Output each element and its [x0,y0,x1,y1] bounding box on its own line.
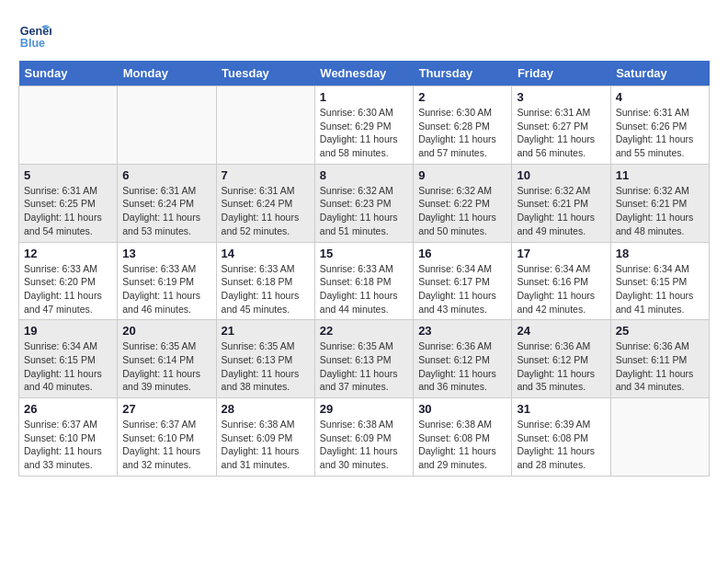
day-info: Sunrise: 6:34 AM Sunset: 6:15 PM Dayligh… [616,262,704,316]
day-number: 6 [122,168,210,182]
day-number: 24 [517,324,605,338]
day-info: Sunrise: 6:39 AM Sunset: 6:08 PM Dayligh… [517,418,605,472]
day-cell: 18Sunrise: 6:34 AM Sunset: 6:15 PM Dayli… [610,242,709,320]
day-info: Sunrise: 6:31 AM Sunset: 6:24 PM Dayligh… [122,184,210,238]
day-info: Sunrise: 6:34 AM Sunset: 6:16 PM Dayligh… [517,262,605,316]
day-info: Sunrise: 6:30 AM Sunset: 6:29 PM Dayligh… [320,106,408,160]
day-number: 17 [517,247,605,260]
day-cell: 5Sunrise: 6:31 AM Sunset: 6:25 PM Daylig… [19,164,118,242]
day-cell: 20Sunrise: 6:35 AM Sunset: 6:14 PM Dayli… [118,320,216,398]
day-info: Sunrise: 6:32 AM Sunset: 6:23 PM Dayligh… [320,184,408,238]
day-cell: 1Sunrise: 6:30 AM Sunset: 6:29 PM Daylig… [314,86,413,165]
day-cell: 16Sunrise: 6:34 AM Sunset: 6:17 PM Dayli… [414,242,512,320]
day-cell: 19Sunrise: 6:34 AM Sunset: 6:15 PM Dayli… [19,320,118,398]
week-row-3: 12Sunrise: 6:33 AM Sunset: 6:20 PM Dayli… [19,242,710,320]
day-cell: 21Sunrise: 6:35 AM Sunset: 6:13 PM Dayli… [216,320,314,398]
day-number: 18 [616,247,704,260]
day-info: Sunrise: 6:31 AM Sunset: 6:27 PM Dayligh… [517,106,605,160]
day-number: 25 [616,324,704,338]
logo-icon: General Blue [18,18,51,52]
day-number: 15 [320,247,408,260]
day-number: 29 [320,402,408,416]
day-number: 14 [222,247,310,260]
day-number: 1 [320,90,408,104]
day-number: 11 [616,168,704,182]
weekday-header-friday: Friday [512,61,610,86]
day-cell: 28Sunrise: 6:38 AM Sunset: 6:09 PM Dayli… [216,398,314,477]
day-number: 23 [418,324,506,338]
day-number: 27 [122,402,210,416]
day-cell: 30Sunrise: 6:38 AM Sunset: 6:08 PM Dayli… [414,398,512,477]
day-cell [216,86,314,165]
day-info: Sunrise: 6:38 AM Sunset: 6:09 PM Dayligh… [222,418,310,472]
day-info: Sunrise: 6:37 AM Sunset: 6:10 PM Dayligh… [122,418,210,472]
day-cell: 13Sunrise: 6:33 AM Sunset: 6:19 PM Dayli… [118,242,216,320]
day-info: Sunrise: 6:33 AM Sunset: 6:19 PM Dayligh… [122,262,210,316]
day-cell: 17Sunrise: 6:34 AM Sunset: 6:16 PM Dayli… [512,242,610,320]
day-number: 12 [24,247,112,260]
weekday-header-wednesday: Wednesday [314,61,413,86]
day-cell: 11Sunrise: 6:32 AM Sunset: 6:21 PM Dayli… [610,164,709,242]
day-number: 4 [616,90,704,104]
svg-text:Blue: Blue [20,37,45,50]
day-info: Sunrise: 6:36 AM Sunset: 6:11 PM Dayligh… [616,339,704,394]
day-number: 2 [418,90,506,104]
day-number: 10 [517,168,605,182]
day-info: Sunrise: 6:32 AM Sunset: 6:21 PM Dayligh… [517,184,605,238]
page-header: General Blue [18,18,710,52]
day-info: Sunrise: 6:35 AM Sunset: 6:13 PM Dayligh… [320,339,408,394]
week-row-2: 5Sunrise: 6:31 AM Sunset: 6:25 PM Daylig… [19,164,710,242]
day-number: 26 [24,402,112,416]
day-cell: 14Sunrise: 6:33 AM Sunset: 6:18 PM Dayli… [216,242,314,320]
day-cell [118,86,216,165]
logo: General Blue [18,18,59,52]
day-number: 19 [24,324,112,338]
day-number: 21 [222,324,310,338]
day-info: Sunrise: 6:37 AM Sunset: 6:10 PM Dayligh… [24,418,112,472]
day-number: 28 [222,402,310,416]
day-info: Sunrise: 6:38 AM Sunset: 6:08 PM Dayligh… [418,418,506,472]
day-cell: 3Sunrise: 6:31 AM Sunset: 6:27 PM Daylig… [512,86,610,165]
day-info: Sunrise: 6:34 AM Sunset: 6:17 PM Dayligh… [418,262,506,316]
day-info: Sunrise: 6:30 AM Sunset: 6:28 PM Dayligh… [418,106,506,160]
weekday-header-thursday: Thursday [414,61,512,86]
week-row-4: 19Sunrise: 6:34 AM Sunset: 6:15 PM Dayli… [19,320,710,398]
day-number: 13 [122,247,210,260]
weekday-header-row: SundayMondayTuesdayWednesdayThursdayFrid… [19,61,710,86]
day-cell: 2Sunrise: 6:30 AM Sunset: 6:28 PM Daylig… [414,86,512,165]
calendar-table: SundayMondayTuesdayWednesdayThursdayFrid… [18,61,710,477]
day-info: Sunrise: 6:31 AM Sunset: 6:25 PM Dayligh… [24,184,112,238]
day-info: Sunrise: 6:32 AM Sunset: 6:21 PM Dayligh… [616,184,704,238]
day-cell: 7Sunrise: 6:31 AM Sunset: 6:24 PM Daylig… [216,164,314,242]
day-number: 9 [418,168,506,182]
weekday-header-saturday: Saturday [610,61,709,86]
day-cell: 31Sunrise: 6:39 AM Sunset: 6:08 PM Dayli… [512,398,610,477]
day-number: 30 [418,402,506,416]
weekday-header-tuesday: Tuesday [216,61,314,86]
week-row-1: 1Sunrise: 6:30 AM Sunset: 6:29 PM Daylig… [19,86,710,165]
day-cell [610,398,709,477]
day-cell: 6Sunrise: 6:31 AM Sunset: 6:24 PM Daylig… [118,164,216,242]
day-info: Sunrise: 6:35 AM Sunset: 6:13 PM Dayligh… [222,339,310,394]
day-info: Sunrise: 6:38 AM Sunset: 6:09 PM Dayligh… [320,418,408,472]
day-number: 22 [320,324,408,338]
day-number: 5 [24,168,112,182]
day-number: 8 [320,168,408,182]
day-cell: 15Sunrise: 6:33 AM Sunset: 6:18 PM Dayli… [314,242,413,320]
day-info: Sunrise: 6:36 AM Sunset: 6:12 PM Dayligh… [517,339,605,394]
day-cell: 8Sunrise: 6:32 AM Sunset: 6:23 PM Daylig… [314,164,413,242]
day-info: Sunrise: 6:31 AM Sunset: 6:26 PM Dayligh… [616,106,704,160]
day-number: 3 [517,90,605,104]
day-number: 20 [122,324,210,338]
day-cell [19,86,118,165]
day-info: Sunrise: 6:33 AM Sunset: 6:18 PM Dayligh… [222,262,310,316]
day-cell: 27Sunrise: 6:37 AM Sunset: 6:10 PM Dayli… [118,398,216,477]
day-info: Sunrise: 6:31 AM Sunset: 6:24 PM Dayligh… [222,184,310,238]
day-cell: 10Sunrise: 6:32 AM Sunset: 6:21 PM Dayli… [512,164,610,242]
day-number: 16 [418,247,506,260]
day-info: Sunrise: 6:36 AM Sunset: 6:12 PM Dayligh… [418,339,506,394]
day-info: Sunrise: 6:32 AM Sunset: 6:22 PM Dayligh… [418,184,506,238]
day-info: Sunrise: 6:33 AM Sunset: 6:18 PM Dayligh… [320,262,408,316]
day-cell: 24Sunrise: 6:36 AM Sunset: 6:12 PM Dayli… [512,320,610,398]
weekday-header-monday: Monday [118,61,216,86]
